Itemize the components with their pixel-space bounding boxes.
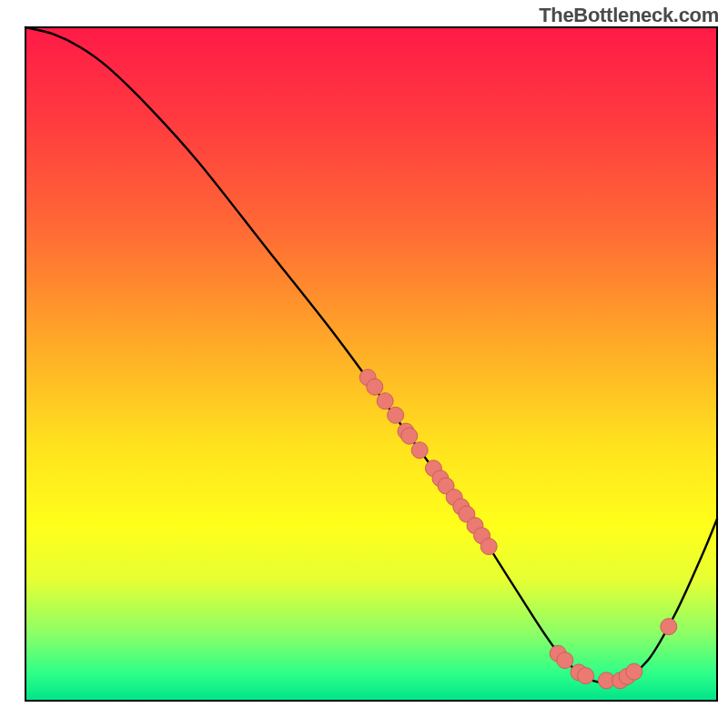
- data-point: [401, 428, 418, 444]
- data-point: [578, 668, 594, 684]
- data-point: [626, 663, 642, 680]
- data-point: [377, 393, 393, 410]
- data-point: [480, 539, 497, 555]
- data-point: [557, 652, 573, 669]
- data-point: [367, 379, 383, 395]
- plot-background: [25, 27, 717, 701]
- bottleneck-chart: [0, 0, 728, 728]
- data-point: [661, 619, 677, 635]
- data-point: [388, 407, 404, 423]
- data-point: [411, 442, 428, 459]
- chart-frame: TheBottleneck.com: [0, 0, 728, 728]
